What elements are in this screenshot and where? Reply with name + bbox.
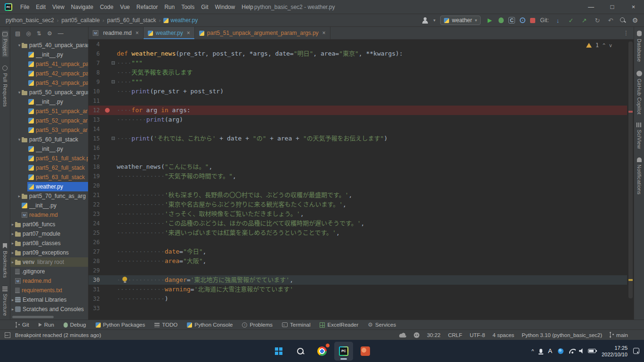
tree-item--init-py[interactable]: __init__.py — [10, 144, 88, 154]
tree-item-part5-70-func-as-arg[interactable]: ▸part5_70_func_as_arg — [10, 191, 88, 201]
tree-item-part5-63-full-stack[interactable]: part5_63_full_stack — [10, 173, 88, 182]
chevron-closed-icon[interactable]: ▸ — [10, 222, 15, 227]
run-button[interactable]: ▶ — [485, 16, 494, 25]
tab-weather-py[interactable]: weather.py× — [144, 27, 195, 39]
menu-vue[interactable]: Vue — [117, 2, 133, 12]
scrollbar-thumb[interactable] — [628, 41, 633, 298]
search-button[interactable] — [620, 17, 626, 24]
code-line-18[interactable]: 18weather_news("こんにちは。", — [89, 162, 627, 172]
git-update-button[interactable]: ↓ — [554, 16, 562, 25]
code-line-10[interactable]: 10····print(pre_str + post_str) — [89, 87, 627, 96]
tree-item-part5-62-full-stack[interactable]: part5_62_full_stack — [10, 163, 88, 173]
menu-git[interactable]: Git — [198, 2, 211, 12]
project-hscrollbar[interactable] — [12, 316, 54, 318]
line-separator[interactable]: CRLF — [448, 332, 462, 338]
tree-item--init-py[interactable]: __init__.py — [10, 50, 88, 59]
code-line-15[interactable]: 15····print('それでは、これから' + date + "の" + a… — [89, 134, 627, 143]
breakpoint-gutter[interactable] — [105, 106, 117, 115]
minimize-button[interactable]: — — [580, 0, 602, 14]
taskbar-orange-app-button[interactable] — [356, 342, 375, 361]
tree-item-part06-funcs[interactable]: ▸part06_funcs — [10, 220, 88, 229]
menu-navigate[interactable]: Navigate — [68, 2, 97, 12]
toolwindow-todo[interactable]: TODO — [150, 320, 182, 329]
toolwindow-git[interactable]: Git — [11, 320, 33, 329]
caret-position[interactable]: 30:22 — [427, 332, 441, 338]
taskbar-chrome-button[interactable] — [313, 342, 331, 361]
tab-part5-51-unpack-argument-param-args-py[interactable]: part5_51_unpack_argument_param_args.py× — [195, 27, 330, 39]
chevron-closed-icon[interactable]: ▸ — [10, 307, 15, 312]
git-history-button[interactable]: ↻ — [593, 16, 602, 25]
chevron-closed-icon[interactable]: ▸ — [10, 260, 15, 264]
tool-stripe-project[interactable]: Project — [2, 31, 8, 57]
tree-item-part08-classes[interactable]: ▸part08_classes — [10, 239, 88, 248]
toolwindow-terminal[interactable]: Terminal — [278, 320, 314, 329]
code-line-19[interactable]: 19·············"天気予報の時間です。", — [89, 172, 627, 181]
tree-item--init-py[interactable]: __init__.py — [10, 201, 88, 210]
code-line-29[interactable]: 29 — [89, 266, 627, 275]
tool-stripe-sciview[interactable]: SciView — [636, 123, 642, 149]
code-line-6[interactable]: 6def weather_news(pre_str, post_str, *ar… — [89, 49, 627, 58]
menu-view[interactable]: View — [49, 2, 68, 12]
code-line-23[interactable]: 23·············'さっそく、取材映像をご覧いただきましょう。', — [89, 209, 627, 219]
tool-stripe-notifications[interactable]: Notifications — [636, 157, 642, 195]
microphone-tray-icon[interactable] — [539, 349, 542, 353]
tab-readme-md[interactable]: readme.md× — [89, 27, 144, 39]
git-rollback-button[interactable]: ↶ — [606, 16, 615, 25]
taskbar-search-button[interactable] — [291, 342, 310, 361]
tree-item--init-py[interactable]: __init__.py — [10, 97, 88, 107]
taskbar-pycharm-button[interactable] — [334, 342, 353, 361]
menu-edit[interactable]: Edit — [32, 2, 49, 12]
stop-button[interactable] — [530, 18, 535, 23]
breadcrumb-item-python-basic-sec2[interactable]: python_basic_sec2 — [5, 17, 55, 24]
code-line-24[interactable]: 24·············'この品種のぶどうは、ほかの品種に比べて収穫時期が… — [89, 219, 627, 228]
menu-tools[interactable]: Tools — [178, 2, 198, 12]
tab-options-icon[interactable]: ⋮ — [619, 27, 634, 39]
breadcrumb-item-part05-callable[interactable]: part05_callable — [60, 17, 100, 24]
tray-expand-icon[interactable]: ^ — [531, 348, 534, 354]
tree-item-weather-py[interactable]: weather.py — [10, 182, 88, 191]
code-line-16[interactable]: 16 — [89, 143, 627, 153]
start-button[interactable] — [269, 342, 288, 361]
code-line-25[interactable]: 25·············'来週いっぱいまでは紅葉を楽しめるだろうということ… — [89, 228, 627, 238]
code-line-8[interactable]: 8····天気予報を表示します — [89, 68, 627, 77]
tree-item-venv[interactable]: ▸venvlibrary root — [10, 257, 88, 267]
hide-icon[interactable]: — — [58, 30, 64, 37]
user-avatar-icon[interactable] — [421, 16, 429, 25]
tool-stripe-structure[interactable]: Structure — [2, 287, 8, 316]
next-warning-icon[interactable]: v — [609, 43, 612, 48]
code-line-11[interactable]: 11 — [89, 96, 627, 106]
tree-item-scratches-and-consoles[interactable]: ▸Scratches and Consoles — [10, 304, 88, 314]
chevron-closed-icon[interactable]: ▸ — [10, 297, 15, 302]
user-dropdown-icon[interactable]: ▾ — [434, 18, 436, 23]
collapse-all-icon[interactable]: ⇅ — [37, 30, 41, 37]
notification-center-icon[interactable] — [633, 348, 639, 354]
breadcrumb-item-part5-60-full-stack[interactable]: part5_60_full_stack — [106, 17, 157, 24]
tree-item-part09-exceptions[interactable]: ▸part09_exceptions — [10, 248, 88, 257]
tree-item-part07-module[interactable]: ▸part07_module — [10, 229, 88, 239]
tree-item-part5-53-unpack-ar[interactable]: part5_53_unpack_ar — [10, 125, 88, 135]
copilot-status-icon[interactable] — [414, 332, 419, 338]
toolwindow-problems[interactable]: Problems — [238, 320, 277, 329]
tree-item-part5-42-unpack-pa[interactable]: part5_42_unpack_pa — [10, 69, 88, 78]
chevron-open-icon[interactable]: ▾ — [17, 90, 22, 95]
close-button[interactable]: × — [623, 0, 644, 14]
toolwindow-python-console[interactable]: Python Console — [183, 320, 237, 329]
tool-stripe-pull-requests[interactable]: Pull Requests — [2, 66, 8, 107]
tree-item-part5-52-unpack-ar[interactable]: part5_52_unpack_ar — [10, 116, 88, 125]
file-encoding[interactable]: UTF-8 — [470, 332, 485, 338]
menu-run[interactable]: Run — [161, 2, 178, 12]
code-line-33[interactable]: 33 — [89, 304, 627, 313]
git-branch-widget[interactable]: main — [610, 332, 628, 338]
tree-item-readme-md[interactable]: readme.md — [10, 276, 88, 286]
tree-item--gitignore[interactable]: .gitignore — [10, 267, 88, 276]
tree-item-part5-41-unpack-pa[interactable]: part5_41_unpack_pa — [10, 59, 88, 69]
tool-window-quick-access-icon[interactable] — [5, 332, 10, 338]
chevron-closed-icon[interactable]: ▸ — [10, 231, 15, 236]
fold-icon[interactable] — [112, 137, 115, 140]
toolwindow-excelreader[interactable]: ExcelReader — [315, 320, 362, 329]
ime-mode-indicator[interactable]: A — [548, 347, 552, 354]
chevron-closed-icon[interactable]: ▸ — [10, 250, 15, 255]
editor-scrollbar[interactable] — [627, 40, 634, 320]
tool-stripe-github-copilot[interactable]: GitHub Copilot — [636, 71, 642, 115]
tool-stripe-bookmarks[interactable]: Bookmarks — [2, 243, 8, 278]
